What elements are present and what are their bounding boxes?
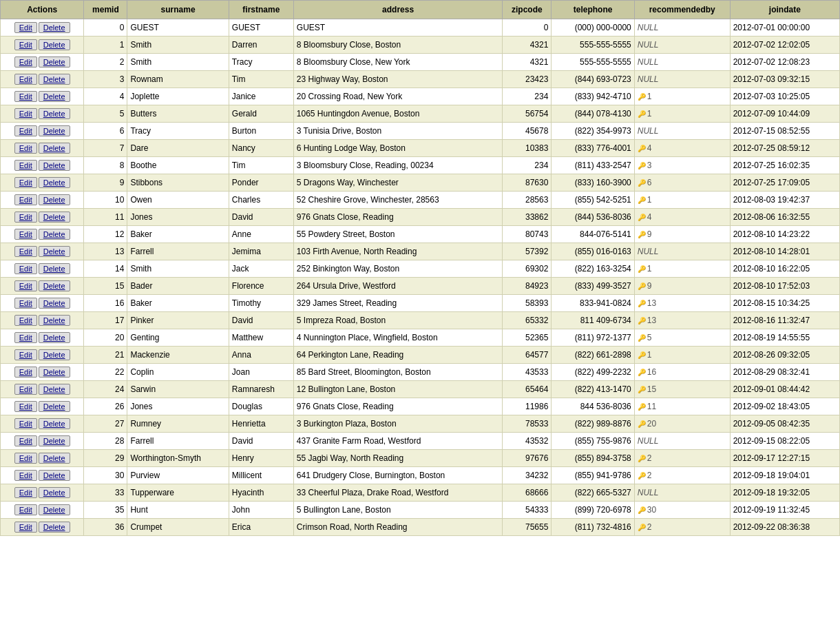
header-address[interactable]: address — [293, 1, 503, 19]
delete-button[interactable]: Delete — [39, 263, 70, 274]
edit-button[interactable]: Edit — [14, 522, 37, 533]
cell-joindate: 2012-09-18 19:04:01 — [730, 467, 839, 484]
delete-button[interactable]: Delete — [39, 177, 70, 188]
cell-zipcode: 56754 — [503, 105, 552, 123]
delete-button[interactable]: Delete — [39, 453, 70, 464]
edit-button[interactable]: Edit — [14, 212, 37, 223]
header-actions[interactable]: Actions — [1, 1, 84, 19]
cell-firstname: Burton — [229, 123, 293, 140]
edit-button[interactable]: Edit — [14, 435, 37, 446]
cell-telephone: (855) 755-9876 — [552, 433, 634, 450]
delete-button[interactable]: Delete — [39, 108, 70, 119]
cell-memid: 4 — [84, 88, 127, 105]
edit-button[interactable]: Edit — [14, 91, 37, 102]
delete-button[interactable]: Delete — [39, 349, 70, 360]
edit-button[interactable]: Edit — [14, 401, 37, 412]
delete-button[interactable]: Delete — [39, 143, 70, 154]
delete-button[interactable]: Delete — [39, 504, 70, 515]
delete-button[interactable]: Delete — [39, 367, 70, 378]
edit-button[interactable]: Edit — [14, 22, 37, 33]
edit-button[interactable]: Edit — [14, 56, 37, 68]
cell-telephone: (844) 693-0723 — [552, 71, 634, 88]
header-recommendedby[interactable]: recommendedby — [634, 1, 730, 19]
edit-button[interactable]: Edit — [14, 280, 37, 291]
edit-button[interactable]: Edit — [14, 160, 37, 171]
cell-firstname: Charles — [229, 192, 293, 209]
delete-button[interactable]: Delete — [39, 470, 70, 481]
edit-button[interactable]: Edit — [14, 453, 37, 464]
delete-button[interactable]: Delete — [39, 418, 70, 429]
cell-zipcode: 65464 — [503, 381, 552, 398]
header-joindate[interactable]: joindate — [730, 1, 839, 19]
cell-telephone: 844 536-8036 — [552, 398, 634, 415]
edit-button[interactable]: Edit — [14, 125, 37, 136]
edit-button[interactable]: Edit — [14, 194, 37, 205]
edit-button[interactable]: Edit — [14, 332, 37, 343]
cell-joindate: 2012-08-06 16:32:55 — [730, 209, 839, 226]
edit-button[interactable]: Edit — [14, 367, 37, 378]
delete-button[interactable]: Delete — [39, 125, 70, 136]
cell-address: 8 Bloomsbury Close, Boston — [293, 37, 503, 54]
cell-joindate: 2012-07-02 12:08:23 — [730, 54, 839, 71]
cell-surname: Boothe — [127, 157, 229, 174]
cell-memid: 1 — [84, 37, 127, 54]
header-zipcode[interactable]: zipcode — [503, 1, 552, 19]
edit-button[interactable]: Edit — [14, 504, 37, 515]
cell-surname: Dare — [127, 140, 229, 157]
delete-button[interactable]: Delete — [39, 229, 70, 240]
edit-button[interactable]: Edit — [14, 143, 37, 154]
table-row: EditDelete2SmithTracy8 Bloomsbury Close,… — [1, 54, 840, 71]
edit-button[interactable]: Edit — [14, 246, 37, 257]
cell-joindate: 2012-07-25 17:09:05 — [730, 174, 839, 192]
delete-button[interactable]: Delete — [39, 315, 70, 326]
edit-button[interactable]: Edit — [14, 384, 37, 395]
delete-button[interactable]: Delete — [39, 22, 70, 33]
delete-button[interactable]: Delete — [39, 194, 70, 205]
cell-joindate: 2012-07-01 00:00:00 — [730, 19, 839, 37]
edit-button[interactable]: Edit — [14, 315, 37, 326]
delete-button[interactable]: Delete — [39, 74, 70, 85]
key-icon: 🔑 — [638, 162, 646, 169]
edit-button[interactable]: Edit — [14, 229, 37, 240]
delete-button[interactable]: Delete — [39, 212, 70, 223]
delete-button[interactable]: Delete — [39, 298, 70, 309]
edit-button[interactable]: Edit — [14, 298, 37, 309]
recommended-value: 1 — [647, 350, 652, 360]
edit-button[interactable]: Edit — [14, 487, 37, 498]
delete-button[interactable]: Delete — [39, 435, 70, 446]
edit-button[interactable]: Edit — [14, 108, 37, 119]
cell-telephone: 811 409-6734 — [552, 312, 634, 329]
cell-surname: Jones — [127, 398, 229, 415]
header-telephone[interactable]: telephone — [552, 1, 634, 19]
header-firstname[interactable]: firstname — [229, 1, 293, 19]
cell-recommendedby: 🔑15 — [634, 381, 730, 398]
delete-button[interactable]: Delete — [39, 522, 70, 533]
delete-button[interactable]: Delete — [39, 246, 70, 257]
delete-button[interactable]: Delete — [39, 160, 70, 171]
delete-button[interactable]: Delete — [39, 56, 70, 68]
delete-button[interactable]: Delete — [39, 332, 70, 343]
header-surname[interactable]: surname — [127, 1, 229, 19]
delete-button[interactable]: Delete — [39, 487, 70, 498]
delete-button[interactable]: Delete — [39, 91, 70, 102]
edit-button[interactable]: Edit — [14, 418, 37, 429]
delete-button[interactable]: Delete — [39, 280, 70, 291]
cell-firstname: Tracy — [229, 54, 293, 71]
cell-telephone: (833) 160-3900 — [552, 174, 634, 192]
recommended-value: 16 — [647, 367, 656, 377]
cell-recommendedby: NULL — [634, 54, 730, 71]
edit-button[interactable]: Edit — [14, 470, 37, 481]
delete-button[interactable]: Delete — [39, 384, 70, 395]
key-icon: 🔑 — [638, 300, 646, 307]
cell-memid: 30 — [84, 467, 127, 484]
cell-telephone: (855) 016-0163 — [552, 243, 634, 260]
edit-button[interactable]: Edit — [14, 39, 37, 50]
cell-zipcode: 0 — [503, 19, 552, 37]
edit-button[interactable]: Edit — [14, 349, 37, 360]
delete-button[interactable]: Delete — [39, 39, 70, 50]
header-memid[interactable]: memid — [84, 1, 127, 19]
edit-button[interactable]: Edit — [14, 263, 37, 274]
delete-button[interactable]: Delete — [39, 401, 70, 412]
edit-button[interactable]: Edit — [14, 74, 37, 85]
edit-button[interactable]: Edit — [14, 177, 37, 188]
